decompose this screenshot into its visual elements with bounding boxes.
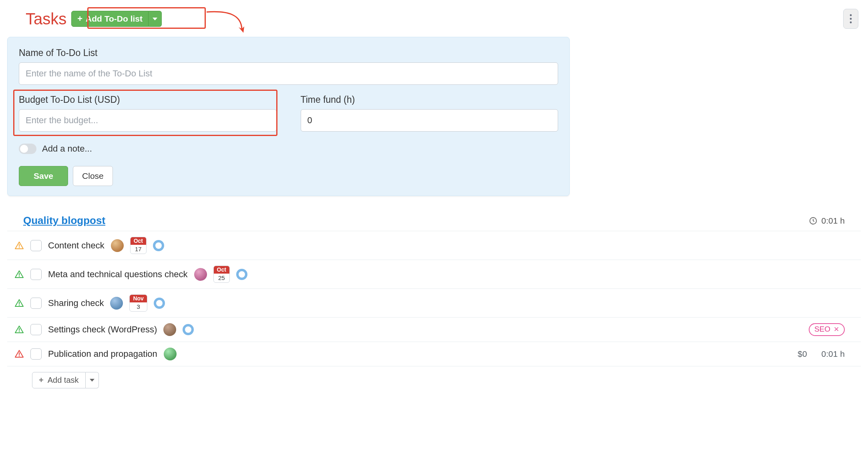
avatar[interactable] xyxy=(194,268,207,281)
timefund-input[interactable] xyxy=(301,109,559,132)
add-task-button[interactable]: + Add task xyxy=(32,372,86,388)
save-button[interactable]: Save xyxy=(19,166,68,186)
task-tag[interactable]: SEO✕ xyxy=(809,323,845,336)
note-toggle[interactable] xyxy=(19,144,36,154)
add-todo-list-button[interactable]: + Add To-Do list xyxy=(71,11,149,27)
status-ring-icon[interactable] xyxy=(153,240,164,251)
task-name[interactable]: Content check xyxy=(48,240,104,251)
status-ring-icon[interactable] xyxy=(183,324,194,335)
svg-point-6 xyxy=(19,304,20,305)
tag-label: SEO xyxy=(814,325,830,334)
add-task-label: Add task xyxy=(48,376,79,385)
task-name[interactable]: Settings check (WordPress) xyxy=(48,324,157,335)
avatar[interactable] xyxy=(111,239,124,252)
date-day: 3 xyxy=(130,302,147,311)
date-month: Oct xyxy=(131,237,146,245)
close-icon[interactable]: ✕ xyxy=(834,325,839,334)
svg-point-5 xyxy=(19,276,20,276)
svg-point-7 xyxy=(19,331,20,332)
clock-icon xyxy=(809,216,818,225)
task-list: Content check Oct 17 Meta and technical … xyxy=(7,231,861,366)
task-time: 0:01 h xyxy=(822,349,845,359)
timefund-label: Time fund (h) xyxy=(301,94,559,105)
task-name[interactable]: Publication and propagation xyxy=(48,349,157,359)
budget-label: Budget To-Do List (USD) xyxy=(19,94,277,105)
plus-icon: + xyxy=(39,376,44,385)
svg-point-4 xyxy=(19,247,20,248)
svg-point-1 xyxy=(850,18,852,20)
add-task-wrap: + Add task xyxy=(7,366,861,388)
list-title[interactable]: Quality blogpost xyxy=(23,214,105,227)
warning-icon xyxy=(14,270,24,279)
add-todo-list-label: Add To-Do list xyxy=(86,14,143,24)
add-todo-list-dropdown[interactable] xyxy=(149,11,162,27)
name-input[interactable] xyxy=(19,62,558,85)
status-ring-icon[interactable] xyxy=(154,298,165,309)
page-title: Tasks xyxy=(26,10,66,28)
avatar[interactable] xyxy=(163,323,176,336)
close-button[interactable]: Close xyxy=(73,166,113,186)
kebab-icon xyxy=(850,14,852,24)
warning-icon xyxy=(14,349,24,359)
status-ring-icon[interactable] xyxy=(236,269,247,280)
name-label: Name of To-Do List xyxy=(19,48,558,58)
date-badge[interactable]: Oct 17 xyxy=(130,237,147,254)
warning-icon xyxy=(14,325,24,334)
task-checkbox[interactable] xyxy=(30,269,42,280)
task-name[interactable]: Meta and technical questions check xyxy=(48,269,188,280)
date-month: Nov xyxy=(130,295,147,302)
date-badge[interactable]: Nov 3 xyxy=(129,294,147,312)
task-checkbox[interactable] xyxy=(30,240,42,251)
task-name[interactable]: Sharing check xyxy=(48,298,104,308)
list-header: Quality blogpost 0:01 h xyxy=(7,214,861,231)
budget-input[interactable] xyxy=(19,109,277,132)
date-day: 25 xyxy=(214,274,229,282)
chevron-down-icon xyxy=(153,18,157,20)
plus-icon: + xyxy=(77,14,82,23)
task-checkbox[interactable] xyxy=(30,324,42,335)
svg-point-8 xyxy=(19,356,20,356)
new-todo-list-panel: Name of To-Do List Budget To-Do List (US… xyxy=(7,37,570,196)
task-row: Publication and propagation $0 0:01 h xyxy=(7,342,861,366)
task-row: Content check Oct 17 xyxy=(7,231,861,260)
avatar[interactable] xyxy=(110,297,123,310)
task-row: Settings check (WordPress) SEO✕ xyxy=(7,317,861,342)
task-checkbox[interactable] xyxy=(30,298,42,309)
svg-point-0 xyxy=(850,14,852,16)
more-menu-button[interactable] xyxy=(843,9,858,29)
task-checkbox[interactable] xyxy=(30,348,42,360)
note-label: Add a note... xyxy=(42,144,92,154)
add-task-dropdown[interactable] xyxy=(86,372,99,388)
chevron-down-icon xyxy=(90,379,94,382)
add-todo-list-group: + Add To-Do list xyxy=(71,11,162,27)
date-badge[interactable]: Oct 25 xyxy=(213,266,230,283)
task-row: Sharing check Nov 3 xyxy=(7,288,861,317)
warning-icon xyxy=(14,241,24,250)
warning-icon xyxy=(14,298,24,308)
task-row: Meta and technical questions check Oct 2… xyxy=(7,260,861,288)
date-day: 17 xyxy=(131,245,146,254)
svg-point-2 xyxy=(850,22,852,24)
task-cost: $0 xyxy=(798,349,807,359)
page-header: Tasks + Add To-Do list xyxy=(7,9,861,29)
list-total-time: 0:01 h xyxy=(822,216,845,226)
date-month: Oct xyxy=(214,266,229,274)
annotation-arrow xyxy=(205,8,249,36)
avatar[interactable] xyxy=(164,348,177,360)
